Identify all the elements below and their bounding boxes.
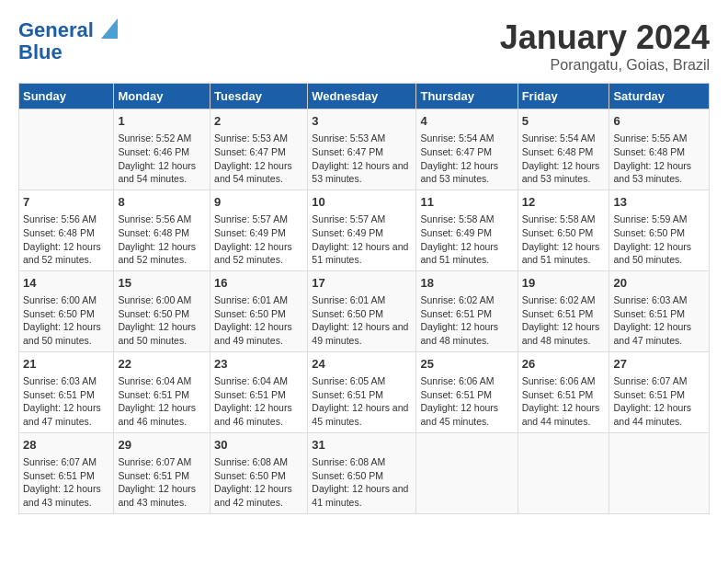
calendar-cell: 31Sunrise: 6:08 AMSunset: 6:50 PMDayligh… bbox=[308, 432, 416, 513]
daylight-text: Daylight: 12 hours and 47 minutes. bbox=[613, 320, 705, 347]
sunrise-text: Sunrise: 5:59 AM bbox=[613, 213, 705, 226]
day-number: 11 bbox=[420, 194, 513, 211]
day-number: 24 bbox=[312, 356, 412, 373]
sunset-text: Sunset: 6:46 PM bbox=[118, 145, 206, 159]
sunrise-text: Sunrise: 6:02 AM bbox=[522, 293, 606, 307]
day-number: 1 bbox=[118, 113, 206, 130]
calendar-cell: 25Sunrise: 6:06 AMSunset: 6:51 PMDayligh… bbox=[416, 351, 518, 432]
sunset-text: Sunset: 6:48 PM bbox=[522, 145, 606, 159]
day-number: 20 bbox=[613, 275, 705, 292]
weekday-header: Wednesday bbox=[308, 84, 416, 109]
calendar-cell: 4Sunrise: 5:54 AMSunset: 6:47 PMDaylight… bbox=[416, 109, 518, 190]
daylight-text: Daylight: 12 hours and 44 minutes. bbox=[613, 401, 705, 428]
sunset-text: Sunset: 6:47 PM bbox=[214, 145, 303, 159]
calendar-cell: 27Sunrise: 6:07 AMSunset: 6:51 PMDayligh… bbox=[609, 351, 710, 432]
daylight-text: Daylight: 12 hours and 51 minutes. bbox=[312, 240, 412, 267]
daylight-text: Daylight: 12 hours and 50 minutes. bbox=[613, 240, 705, 267]
sunrise-text: Sunrise: 6:01 AM bbox=[214, 293, 303, 307]
day-number: 7 bbox=[23, 194, 109, 211]
sunrise-text: Sunrise: 6:00 AM bbox=[23, 293, 109, 307]
calendar-cell bbox=[609, 432, 710, 513]
daylight-text: Daylight: 12 hours and 48 minutes. bbox=[522, 320, 606, 347]
title-block: January 2024 Porangatu, Goias, Brazil bbox=[500, 18, 710, 74]
sunrise-text: Sunrise: 6:03 AM bbox=[23, 374, 109, 388]
calendar-cell: 20Sunrise: 6:03 AMSunset: 6:51 PMDayligh… bbox=[609, 270, 710, 351]
day-number: 12 bbox=[522, 194, 606, 211]
day-number: 5 bbox=[522, 113, 606, 130]
sunset-text: Sunset: 6:49 PM bbox=[312, 226, 412, 240]
calendar-cell: 11Sunrise: 5:58 AMSunset: 6:49 PMDayligh… bbox=[416, 190, 518, 270]
page-title: January 2024 bbox=[500, 18, 710, 57]
day-number: 2 bbox=[214, 113, 303, 130]
weekday-header: Saturday bbox=[609, 84, 710, 109]
sunrise-text: Sunrise: 6:07 AM bbox=[118, 455, 206, 469]
sunrise-text: Sunrise: 5:57 AM bbox=[312, 213, 412, 226]
daylight-text: Daylight: 12 hours and 54 minutes. bbox=[214, 159, 303, 186]
sunrise-text: Sunrise: 6:06 AM bbox=[420, 374, 513, 388]
sunset-text: Sunset: 6:51 PM bbox=[312, 388, 412, 402]
day-number: 3 bbox=[312, 113, 412, 130]
calendar-cell: 14Sunrise: 6:00 AMSunset: 6:50 PMDayligh… bbox=[19, 270, 114, 351]
calendar-cell: 21Sunrise: 6:03 AMSunset: 6:51 PMDayligh… bbox=[19, 351, 114, 432]
sunrise-text: Sunrise: 5:53 AM bbox=[214, 132, 303, 145]
sunrise-text: Sunrise: 6:05 AM bbox=[312, 374, 412, 388]
daylight-text: Daylight: 12 hours and 52 minutes. bbox=[214, 240, 303, 267]
calendar-cell: 17Sunrise: 6:01 AMSunset: 6:50 PMDayligh… bbox=[308, 270, 416, 351]
sunrise-text: Sunrise: 5:54 AM bbox=[420, 132, 513, 145]
sunset-text: Sunset: 6:51 PM bbox=[118, 388, 206, 402]
daylight-text: Daylight: 12 hours and 53 minutes. bbox=[522, 159, 606, 186]
daylight-text: Daylight: 12 hours and 46 minutes. bbox=[214, 401, 303, 428]
sunrise-text: Sunrise: 6:08 AM bbox=[214, 455, 303, 469]
calendar-week-row: 14Sunrise: 6:00 AMSunset: 6:50 PMDayligh… bbox=[19, 270, 710, 351]
calendar-cell: 5Sunrise: 5:54 AMSunset: 6:48 PMDaylight… bbox=[518, 109, 609, 190]
daylight-text: Daylight: 12 hours and 41 minutes. bbox=[312, 482, 412, 509]
sunset-text: Sunset: 6:51 PM bbox=[522, 307, 606, 321]
sunrise-text: Sunrise: 6:04 AM bbox=[118, 374, 206, 388]
day-number: 14 bbox=[23, 275, 109, 292]
sunset-text: Sunset: 6:50 PM bbox=[522, 226, 606, 240]
sunset-text: Sunset: 6:50 PM bbox=[312, 469, 412, 483]
day-number: 18 bbox=[420, 275, 513, 292]
day-number: 23 bbox=[214, 356, 303, 373]
day-number: 19 bbox=[522, 275, 606, 292]
sunrise-text: Sunrise: 6:00 AM bbox=[118, 293, 206, 307]
daylight-text: Daylight: 12 hours and 51 minutes. bbox=[420, 240, 513, 267]
weekday-header: Tuesday bbox=[210, 84, 308, 109]
day-number: 28 bbox=[23, 437, 109, 454]
daylight-text: Daylight: 12 hours and 53 minutes. bbox=[420, 159, 513, 186]
day-number: 15 bbox=[118, 275, 206, 292]
sunrise-text: Sunrise: 5:58 AM bbox=[522, 213, 606, 226]
day-number: 4 bbox=[420, 113, 513, 130]
day-number: 29 bbox=[118, 437, 206, 454]
day-number: 8 bbox=[118, 194, 206, 211]
sunset-text: Sunset: 6:49 PM bbox=[420, 226, 513, 240]
daylight-text: Daylight: 12 hours and 46 minutes. bbox=[118, 401, 206, 428]
weekday-header: Thursday bbox=[416, 84, 518, 109]
calendar-cell: 8Sunrise: 5:56 AMSunset: 6:48 PMDaylight… bbox=[114, 190, 210, 270]
sunset-text: Sunset: 6:51 PM bbox=[522, 388, 606, 402]
daylight-text: Daylight: 12 hours and 53 minutes. bbox=[312, 159, 412, 186]
sunset-text: Sunset: 6:51 PM bbox=[118, 469, 206, 483]
calendar-week-row: 7Sunrise: 5:56 AMSunset: 6:48 PMDaylight… bbox=[19, 190, 710, 270]
daylight-text: Daylight: 12 hours and 43 minutes. bbox=[118, 482, 206, 509]
calendar-cell: 18Sunrise: 6:02 AMSunset: 6:51 PMDayligh… bbox=[416, 270, 518, 351]
sunrise-text: Sunrise: 6:02 AM bbox=[420, 293, 513, 307]
calendar-cell: 1Sunrise: 5:52 AMSunset: 6:46 PMDaylight… bbox=[114, 109, 210, 190]
calendar-cell: 24Sunrise: 6:05 AMSunset: 6:51 PMDayligh… bbox=[308, 351, 416, 432]
daylight-text: Daylight: 12 hours and 50 minutes. bbox=[23, 320, 109, 347]
day-number: 6 bbox=[613, 113, 705, 130]
calendar-cell: 28Sunrise: 6:07 AMSunset: 6:51 PMDayligh… bbox=[19, 432, 114, 513]
sunset-text: Sunset: 6:48 PM bbox=[613, 145, 705, 159]
calendar-week-row: 21Sunrise: 6:03 AMSunset: 6:51 PMDayligh… bbox=[19, 351, 710, 432]
sunrise-text: Sunrise: 5:54 AM bbox=[522, 132, 606, 145]
page-subtitle: Porangatu, Goias, Brazil bbox=[500, 57, 710, 74]
sunset-text: Sunset: 6:51 PM bbox=[420, 388, 513, 402]
sunrise-text: Sunrise: 5:55 AM bbox=[613, 132, 705, 145]
calendar-table: SundayMondayTuesdayWednesdayThursdayFrid… bbox=[18, 83, 710, 514]
calendar-cell: 23Sunrise: 6:04 AMSunset: 6:51 PMDayligh… bbox=[210, 351, 308, 432]
page-header: General Blue January 2024 Porangatu, Goi… bbox=[18, 18, 710, 74]
sunrise-text: Sunrise: 5:57 AM bbox=[214, 213, 303, 226]
sunrise-text: Sunrise: 5:52 AM bbox=[118, 132, 206, 145]
day-number: 25 bbox=[420, 356, 513, 373]
calendar-cell: 6Sunrise: 5:55 AMSunset: 6:48 PMDaylight… bbox=[609, 109, 710, 190]
